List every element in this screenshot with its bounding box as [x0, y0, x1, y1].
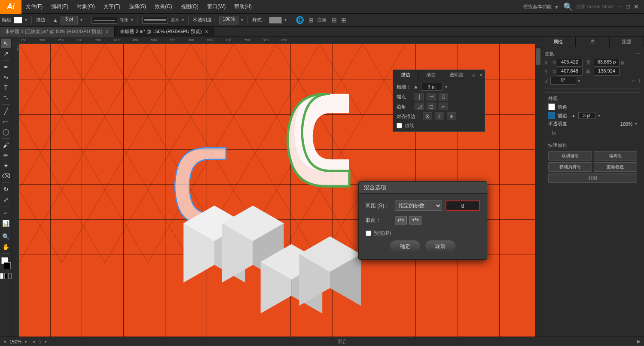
tool-scale[interactable]: ⤢ — [1, 195, 11, 204]
tool-zoom[interactable]: 🔍 — [1, 232, 11, 241]
tool-touch-type[interactable]: Tᵥ — [1, 93, 11, 103]
zoom-level[interactable]: 150% — [9, 339, 21, 344]
tool-pencil[interactable]: ✏ — [1, 151, 11, 160]
appearance-more[interactable]: ⋯ — [632, 96, 637, 101]
fx-label[interactable]: fx — [548, 129, 559, 137]
tab-0[interactable]: 未标题-1 [已恢复].ai* @ 50% (RGB/GPU 预览) ✕ — [0, 27, 115, 37]
blend-preview-checkbox[interactable] — [366, 231, 371, 236]
h-input[interactable]: 138.924 — [594, 68, 620, 76]
align-btn-1[interactable]: ⊠ — [423, 112, 432, 120]
zoom-in-btn[interactable]: ▸ — [25, 339, 27, 344]
stroke-weight-up[interactable]: ▲ — [413, 84, 418, 90]
stroke-icon[interactable] — [4, 273, 8, 279]
orient-btn-2[interactable] — [409, 216, 421, 225]
w-link-icon[interactable]: ⊠ — [620, 61, 624, 65]
tool-rect[interactable]: ▭ — [1, 117, 11, 126]
stroke-style-selector[interactable] — [142, 17, 168, 24]
menu-select[interactable]: 选择(S) — [125, 0, 150, 14]
x-input[interactable]: 403.422 — [557, 59, 583, 67]
menu-view[interactable]: 视图(Q) — [177, 0, 203, 14]
stroke-up-arrow[interactable]: ▲ — [571, 113, 576, 118]
isolate-button[interactable]: 隔离组 — [594, 151, 638, 161]
stroke-value-input[interactable]: 3 pt — [61, 16, 78, 24]
panel-tab-properties[interactable]: 属性 — [541, 37, 576, 47]
scrollbar-thumb[interactable] — [536, 48, 540, 65]
stroke-pt-input[interactable]: 3 pt — [578, 112, 595, 119]
search-placeholder[interactable]: 搜索 Adobe Stock — [576, 3, 613, 10]
corner-btn-3[interactable]: ⌐ — [439, 103, 448, 110]
flip-h-icon[interactable]: ↔ — [631, 78, 636, 84]
tab-1-close[interactable]: ✕ — [204, 29, 209, 35]
stroke-panel-expand[interactable]: ≡ — [469, 70, 478, 80]
stroke-weight-chevron[interactable]: ▾ — [445, 85, 447, 89]
blend-cancel-button[interactable]: 取消 — [425, 240, 455, 252]
align-btn-2[interactable]: ⊡ — [435, 112, 444, 120]
stroke-pt-chevron[interactable]: ▾ — [598, 113, 600, 118]
cap-btn-2[interactable]: ⊣ — [427, 93, 436, 100]
stroke-tab-gradient[interactable]: 渐变 — [418, 70, 444, 80]
panel-tab-libraries[interactable]: 序 — [576, 37, 610, 47]
pathfinder-icon[interactable]: ⊞ — [341, 17, 346, 24]
orient-btn-1[interactable] — [395, 216, 407, 225]
menu-object[interactable]: 对象(O) — [73, 0, 99, 14]
stroke-type-chevron[interactable]: ▾ — [131, 18, 133, 22]
transform-icon[interactable]: ⊞ — [308, 17, 314, 24]
maximize-icon[interactable]: □ — [626, 3, 630, 10]
fill-color-swatch[interactable] — [14, 17, 22, 24]
style-chevron[interactable]: ▾ — [284, 18, 287, 22]
bg-color[interactable] — [4, 262, 11, 269]
tool-type[interactable]: T — [1, 83, 11, 92]
globe-icon[interactable]: 🌐 — [296, 16, 304, 24]
y-input[interactable]: 407.848 — [557, 68, 583, 76]
fill-chevron[interactable]: ▾ — [25, 18, 27, 22]
tool-blend[interactable]: ∞ — [1, 208, 11, 218]
flip-v-icon[interactable]: ↕ — [638, 78, 641, 84]
stroke-panel-close[interactable]: ✕ — [478, 70, 485, 80]
save-symbol-button[interactable]: 存储为符号 — [548, 162, 592, 172]
menu-window[interactable]: 窗口(W) — [203, 0, 230, 14]
tool-hand[interactable]: ✋ — [1, 242, 11, 252]
menu-text[interactable]: 文字(T) — [99, 0, 125, 14]
arrange-button[interactable]: 排列 — [548, 173, 637, 183]
opacity-chevron[interactable]: ▾ — [635, 121, 637, 126]
tool-rotate[interactable]: ↻ — [1, 185, 11, 194]
stroke-tab-stroke[interactable]: 描边 — [393, 70, 418, 80]
tool-ellipse[interactable]: ◯ — [1, 127, 11, 137]
corner-btn-1[interactable]: ◿ — [415, 103, 424, 110]
none-icon[interactable] — [8, 273, 12, 279]
tool-eraser[interactable]: ⌫ — [1, 171, 11, 181]
blend-steps-input[interactable] — [446, 200, 480, 211]
tool-pen[interactable]: ✒ — [1, 62, 11, 72]
opacity-input[interactable]: 100% — [219, 16, 238, 24]
transform-more[interactable]: ⋯ — [636, 51, 641, 57]
fill-icon[interactable] — [0, 273, 3, 279]
zoom-out-btn[interactable]: ◂ — [3, 339, 6, 344]
stroke-weight-input[interactable]: 3 pt — [421, 83, 443, 91]
stroke-style-chevron[interactable]: ▾ — [182, 18, 184, 22]
tool-shaper[interactable]: ✦ — [1, 161, 11, 170]
align-icon[interactable]: ⊟ — [332, 17, 337, 24]
play-btn[interactable]: ▶ — [637, 339, 641, 344]
w-input[interactable]: 83.865 p — [594, 59, 620, 67]
tab-1[interactable]: 未标题-2.ai* @ 150% (RGB/GPU 预览) ✕ — [115, 27, 214, 37]
blend-confirm-button[interactable]: 确定 — [390, 240, 420, 252]
ungroup-button[interactable]: 取消编组 — [548, 151, 592, 161]
stroke-chevron[interactable]: ▾ — [80, 18, 82, 22]
tool-chart[interactable]: 📊 — [1, 219, 11, 228]
align-btn-3[interactable]: ⊞ — [447, 112, 456, 120]
opacity-chevron[interactable]: ▾ — [241, 18, 243, 22]
stroke-appearance-swatch[interactable] — [548, 112, 555, 119]
minimize-icon[interactable]: ─ — [618, 3, 623, 11]
menu-file[interactable]: 文件(F) — [21, 0, 47, 14]
panel-tab-layers[interactable]: 图层 — [610, 37, 644, 47]
recolor-button[interactable]: 重新着色 — [594, 162, 638, 172]
angle-input[interactable]: 0° — [550, 77, 576, 85]
close-icon[interactable]: ✕ — [633, 3, 639, 11]
menu-edit[interactable]: 编辑(E) — [47, 0, 73, 14]
dashed-checkbox[interactable] — [397, 123, 402, 128]
menu-help[interactable]: 帮助(H) — [230, 0, 256, 14]
angle-chevron[interactable]: ▾ — [578, 79, 580, 83]
cap-btn-3[interactable]: ⌷ — [439, 93, 448, 100]
tab-0-close[interactable]: ✕ — [105, 29, 109, 35]
corner-btn-2[interactable]: ◻ — [427, 103, 436, 110]
